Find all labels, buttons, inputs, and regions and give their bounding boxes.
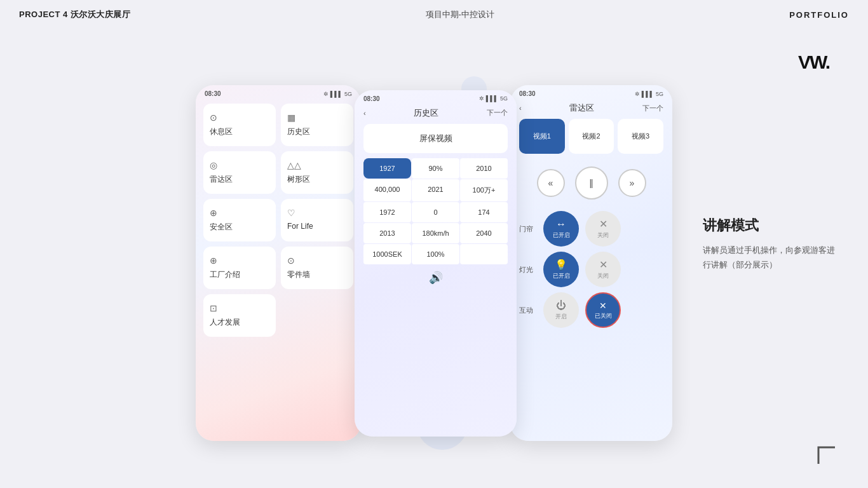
phone3-next[interactable]: 下一个 (642, 104, 663, 113)
data-cell-90[interactable]: 90% (412, 158, 459, 179)
rewind-button[interactable]: « (537, 169, 565, 197)
phone3-title: 雷达区 (569, 102, 594, 114)
menu-item-talent[interactable]: ⊡ 人才发展 (203, 294, 276, 337)
data-cell-1000sek[interactable]: 1000SEK (363, 244, 411, 264)
forward-button[interactable]: » (618, 169, 646, 197)
data-cell-2013[interactable]: 2013 (363, 223, 411, 243)
phone2-time: 08:30 (363, 95, 380, 102)
data-cell-0[interactable]: 0 (412, 202, 459, 222)
data-cell-180[interactable]: 180km/h (412, 223, 459, 243)
rest-icon: ⊙ (210, 112, 217, 123)
data-cell-100pct[interactable]: 100% (412, 244, 459, 264)
p3-network-icon: 5G (656, 91, 663, 97)
header-center: 项目中期-中控设计 (426, 9, 494, 20)
curtain-on-button[interactable]: ↔ 已开启 (543, 211, 579, 247)
video-tab-2[interactable]: 视频2 (569, 119, 614, 154)
interact-on-label: 开启 (555, 313, 567, 321)
history-icon: ▦ (287, 112, 295, 123)
phone2-title: 历史区 (414, 107, 438, 119)
p3-bluetooth-icon: ✲ (635, 91, 640, 97)
light-on-button[interactable]: 💡 已开启 (543, 252, 579, 287)
interact-label: 互动 (519, 306, 537, 315)
header-left: PROJECT 4 沃尔沃大庆展厅 (19, 9, 130, 20)
rest-label: 休息区 (210, 126, 233, 137)
light-off-label: 关闭 (597, 272, 609, 280)
curtain-label: 门帘 (519, 224, 537, 234)
video-tabs: 视频1 视频2 视频3 (519, 119, 663, 154)
data-cell-2010[interactable]: 2010 (460, 158, 508, 179)
interact-off-label: 已关闭 (595, 312, 612, 320)
data-row-3: 1972 0 174 (363, 202, 508, 222)
pause-button[interactable]: ‖ (575, 166, 608, 200)
security-icon: ⊕ (210, 208, 217, 218)
data-cell-174[interactable]: 174 (460, 202, 508, 222)
phone1-body: ⊙ 休息区 ▦ 历史区 ◎ 雷达区 △△ 树形区 ⊕ (196, 100, 361, 344)
data-cell-1927[interactable]: 1927 (363, 158, 411, 179)
phone1-icons: ✲ ▌▌▌ 5G (323, 91, 352, 97)
menu-item-history[interactable]: ▦ 历史区 (281, 104, 353, 146)
right-info-panel: 讲解模式 讲解员通过手机操作，向参观游客进行讲解（部分展示） (703, 216, 843, 273)
security-label: 安全区 (210, 222, 233, 233)
data-cell-1972[interactable]: 1972 (363, 202, 411, 222)
talent-icon: ⊡ (210, 303, 217, 313)
interact-off-icon: ✕ (599, 301, 607, 311)
menu-grid: ⊙ 休息区 ▦ 历史区 ◎ 雷达区 △△ 树形区 ⊕ (203, 104, 353, 337)
tree-icon: △△ (287, 160, 301, 170)
menu-item-rest[interactable]: ⊙ 休息区 (203, 104, 276, 146)
phone2-icons: ✲ ▌▌▌ 5G (479, 95, 508, 102)
signal-icon: ▌▌▌ (330, 91, 342, 97)
phone2: 08:30 ✲ ▌▌▌ 5G ‹ 历史区 下一个 屏保视频 1927 90% 2… (355, 90, 517, 437)
p2-network-icon: 5G (500, 95, 508, 102)
phone1-status-bar: 08:30 ✲ ▌▌▌ 5G (196, 85, 361, 100)
phone1: 08:30 ✲ ▌▌▌ 5G ⊙ 休息区 ▦ 历史区 ◎ (196, 85, 361, 441)
data-row-2: 400,000 2021 100万+ (363, 179, 508, 201)
menu-item-parts[interactable]: ⊙ 零件墙 (281, 247, 353, 289)
menu-item-tree[interactable]: △△ 树形区 (281, 151, 353, 194)
light-row: 灯光 💡 已开启 ✕ 关闭 (519, 252, 663, 287)
speaker-icon[interactable]: 🔊 (429, 271, 443, 285)
data-row-5: 1000SEK 100% (363, 244, 508, 264)
phone2-back[interactable]: ‹ (363, 109, 366, 117)
screensaver-box[interactable]: 屏保视频 (363, 124, 508, 153)
curtain-on-icon: ↔ (556, 219, 566, 230)
control-section: 门帘 ↔ 已开启 ✕ 关闭 灯光 💡 已开启 ✕ 关闭 (519, 211, 663, 328)
menu-item-radar[interactable]: ◎ 雷达区 (203, 151, 276, 194)
phone2-next[interactable]: 下一个 (487, 108, 508, 118)
factory-label: 工厂介绍 (210, 269, 240, 280)
p2-signal-icon: ▌▌▌ (486, 95, 498, 102)
phone3-time: 08:30 (519, 90, 536, 97)
interact-row: 互动 ⏻ 开启 ✕ 已关闭 (519, 292, 663, 328)
interact-on-button[interactable]: ⏻ 开启 (543, 292, 579, 328)
light-off-button[interactable]: ✕ 关闭 (585, 252, 621, 287)
data-cell-empty (460, 244, 508, 264)
phone3: 08:30 ✲ ▌▌▌ 5G ‹ 雷达区 下一个 视频1 视频2 视频3 « ‖… (510, 85, 672, 441)
interact-off-button[interactable]: ✕ 已关闭 (585, 292, 621, 328)
menu-item-security[interactable]: ⊕ 安全区 (203, 199, 276, 241)
curtain-off-icon: ✕ (599, 218, 607, 230)
tree-label: 树形区 (287, 174, 310, 185)
data-cell-100w[interactable]: 100万+ (460, 179, 508, 201)
data-row-1: 1927 90% 2010 (363, 158, 508, 179)
menu-item-forlife[interactable]: ♡ For Life (281, 199, 353, 241)
light-label: 灯光 (519, 265, 537, 274)
interact-on-icon: ⏻ (556, 300, 566, 311)
data-cell-2040[interactable]: 2040 (460, 223, 508, 243)
phone2-status-bar: 08:30 ✲ ▌▌▌ 5G (355, 90, 517, 105)
phone2-footer: 🔊 (355, 264, 517, 291)
phone3-header: ‹ 雷达区 下一个 (510, 100, 672, 119)
phone3-back[interactable]: ‹ (519, 104, 522, 112)
arrow-icon (817, 446, 836, 469)
light-off-icon: ✕ (599, 259, 607, 271)
data-cell-2021[interactable]: 2021 (412, 179, 459, 201)
data-cell-400000[interactable]: 400,000 (363, 179, 411, 201)
factory-icon: ⊕ (210, 255, 217, 266)
light-on-icon: 💡 (555, 259, 567, 271)
phone3-status-bar: 08:30 ✲ ▌▌▌ 5G (510, 85, 672, 100)
video-tab-1[interactable]: 视频1 (519, 119, 565, 154)
menu-item-factory[interactable]: ⊕ 工厂介绍 (203, 247, 276, 289)
network-icon: 5G (344, 91, 352, 97)
curtain-off-button[interactable]: ✕ 关闭 (585, 211, 621, 247)
talent-label: 人才发展 (210, 317, 240, 328)
video-tab-3[interactable]: 视频3 (618, 119, 663, 154)
radar-icon: ◎ (210, 160, 217, 170)
